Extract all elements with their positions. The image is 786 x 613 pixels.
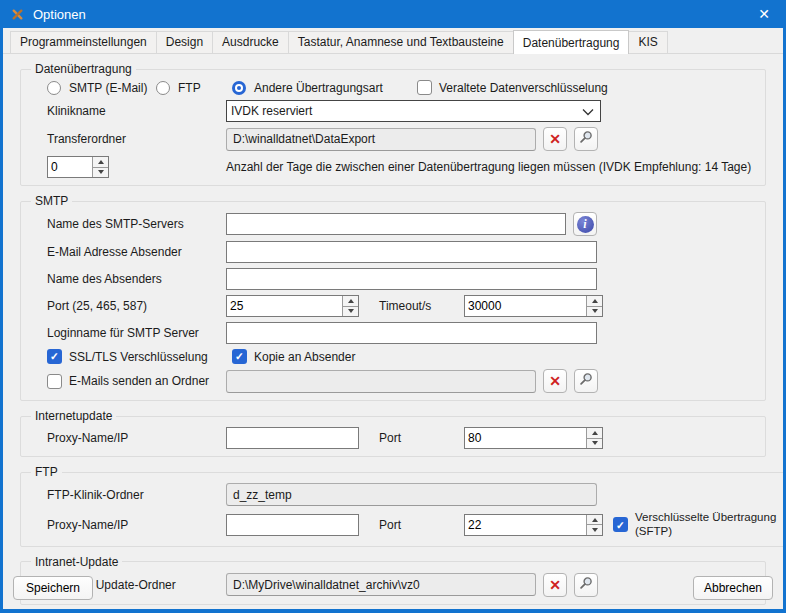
tab-programmeinstellungen[interactable]: Programmeinstellungen [10, 31, 157, 53]
chevron-down-icon [582, 102, 594, 120]
spin-up-icon[interactable] [343, 296, 358, 306]
timeout-input[interactable] [465, 296, 586, 316]
tools-icon [9, 6, 25, 22]
tage-row: Anzahl der Tage die zwischen einer Daten… [47, 156, 757, 178]
tab-page-datenuebertragung: Datenübertragung SMTP (E-Mail) FTP Ander… [20, 62, 766, 605]
internetupdate-proxy-input[interactable] [226, 427, 359, 449]
tage-input[interactable] [48, 157, 92, 177]
absender-name-input[interactable] [226, 268, 597, 290]
absender-name-row: Name des Absenders [47, 268, 757, 290]
ftp-port-label: Port [379, 518, 464, 532]
options-dialog: Optionen ✕ Programmeinstellungen Design … [0, 0, 786, 613]
ssl-label: SSL/TLS Verschlüsselung [69, 350, 208, 364]
clear-transferordner-button[interactable]: ✕ [543, 127, 567, 151]
checkbox-veraltete-datenverschluesselung[interactable]: Veraltete Datenverschlüsselung [417, 80, 608, 95]
radio-smtp-email-label: SMTP (E-Mail) [69, 81, 147, 95]
timeout-label: Timeout/s [379, 299, 464, 313]
tab-bar: Programmeinstellungen Design Ausdrucke T… [3, 28, 783, 54]
tab-ausdrucke[interactable]: Ausdrucke [212, 31, 289, 53]
tab-tastatur-anamnese[interactable]: Tastatur, Anamnese und Textbausteine [288, 31, 514, 53]
clear-mail-ordner-button[interactable]: ✕ [543, 369, 567, 393]
group-ftp: FTP FTP-Klinik-Ordner d_zz_temp Proxy-Na… [20, 465, 786, 547]
radio-off-icon [47, 81, 61, 95]
tab-datenuebertragung[interactable]: Datenübertragung [513, 30, 630, 54]
smtp-server-row: Name des SMTP-Servers i [47, 212, 757, 236]
clear-x-icon: ✕ [549, 132, 561, 146]
radio-ftp-label: FTP [178, 81, 201, 95]
tab-design[interactable]: Design [156, 31, 213, 53]
radio-andere-uebertragungsart[interactable]: Andere Übertragungsart [232, 81, 417, 95]
kopie-label: Kopie an Absender [254, 350, 355, 364]
radio-on-icon [232, 81, 246, 95]
checkbox-emails-senden-an-ordner[interactable]: E-Mails senden an Ordner [47, 374, 226, 389]
checkbox-unchecked-icon [417, 80, 432, 95]
klinikname-selected-option: IVDK reserviert [231, 104, 582, 118]
internetupdate-port-input[interactable] [465, 428, 586, 448]
spin-up-icon[interactable] [587, 515, 602, 525]
ftp-port-input[interactable] [465, 515, 586, 535]
smtp-login-input[interactable] [226, 322, 597, 344]
radio-ftp[interactable]: FTP [156, 81, 232, 95]
close-button[interactable]: ✕ [742, 0, 786, 28]
spin-down-icon[interactable] [587, 306, 602, 317]
smtp-server-input[interactable] [226, 213, 566, 235]
tab-kis[interactable]: KIS [628, 31, 667, 53]
internetupdate-proxy-row: Proxy-Name/IP Port [47, 427, 757, 449]
save-button[interactable]: Speichern [13, 576, 93, 600]
spin-up-icon[interactable] [93, 157, 108, 167]
spin-down-icon[interactable] [343, 306, 358, 317]
ftp-port-spinner[interactable] [464, 514, 603, 536]
timeout-spinner[interactable] [464, 295, 603, 317]
ftp-proxy-row: Proxy-Name/IP Port ✓ Verschlüsselte Über… [47, 511, 786, 539]
checkbox-ssl-tls[interactable]: ✓ SSL/TLS Verschlüsselung [47, 349, 232, 364]
browse-transferordner-button[interactable] [574, 127, 598, 151]
ftp-klinik-ordner-value: d_zz_temp [226, 483, 597, 506]
group-internetupdate: Internetupdate Proxy-Name/IP Port [20, 409, 766, 457]
spinner-buttons [586, 296, 602, 316]
spinner-buttons [92, 157, 108, 177]
klinikname-select[interactable]: IVDK reserviert [226, 100, 601, 122]
spin-down-icon[interactable] [93, 167, 108, 178]
smtp-info-button[interactable]: i [573, 212, 597, 236]
checkbox-unchecked-icon [47, 374, 62, 389]
cancel-button[interactable]: Abbrechen [693, 576, 773, 600]
info-icon: i [577, 216, 594, 233]
ftp-proxy-label: Proxy-Name/IP [47, 518, 226, 532]
spin-up-icon[interactable] [587, 428, 602, 438]
smtp-port-input[interactable] [227, 296, 342, 316]
spinner-buttons [586, 428, 602, 448]
spin-down-icon[interactable] [587, 438, 602, 449]
smtp-port-row: Port (25, 465, 587) Timeout/s [47, 295, 757, 317]
spin-up-icon[interactable] [587, 296, 602, 306]
smtp-server-label: Name des SMTP-Servers [47, 217, 226, 231]
checkbox-sftp[interactable]: ✓ Verschlüsselte Übertragung (SFTP) [613, 511, 786, 539]
ftp-klinik-ordner-label: FTP-Klinik-Ordner [47, 488, 226, 502]
tage-spinner[interactable] [47, 156, 109, 178]
internetupdate-proxy-label: Proxy-Name/IP [47, 431, 226, 445]
magnifier-icon [579, 372, 593, 390]
smtp-port-spinner[interactable] [226, 295, 359, 317]
magnifier-icon [579, 130, 593, 148]
checkbox-checked-icon: ✓ [232, 349, 247, 364]
internetupdate-port-spinner[interactable] [464, 427, 603, 449]
absender-name-label: Name des Absenders [47, 272, 226, 286]
browse-mail-ordner-button[interactable] [574, 369, 598, 393]
radio-smtp-email[interactable]: SMTP (E-Mail) [47, 81, 156, 95]
radio-andere-label: Andere Übertragungsart [254, 81, 383, 95]
group-ftp-legend: FTP [31, 465, 62, 479]
spin-down-icon[interactable] [587, 524, 602, 535]
smtp-login-row: Loginname für SMTP Server [47, 322, 757, 344]
checkbox-checked-icon: ✓ [613, 517, 628, 532]
tage-hint: Anzahl der Tage die zwischen einer Daten… [226, 160, 751, 174]
absender-mail-input[interactable] [226, 241, 597, 263]
clear-x-icon: ✕ [549, 374, 561, 388]
checkbox-kopie-an-absender[interactable]: ✓ Kopie an Absender [232, 349, 355, 364]
mail-ordner-row: E-Mails senden an Ordner ✕ [47, 369, 757, 393]
group-datenuebertragung-legend: Datenübertragung [31, 62, 136, 76]
transferordner-path: D:\winalldatnet\DataExport [226, 128, 536, 151]
group-datenuebertragung: Datenübertragung SMTP (E-Mail) FTP Ander… [20, 62, 766, 186]
titlebar: Optionen ✕ [0, 0, 786, 28]
checkbox-checked-icon: ✓ [47, 349, 62, 364]
ftp-proxy-input[interactable] [226, 514, 359, 536]
absender-mail-row: E-Mail Adresse Absender [47, 241, 757, 263]
